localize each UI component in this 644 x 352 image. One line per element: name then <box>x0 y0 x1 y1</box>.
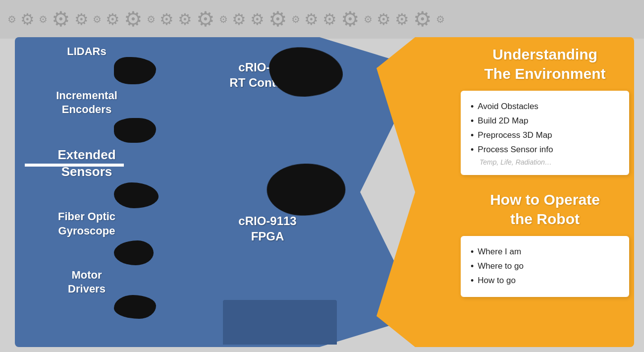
understanding-environment-title: Understanding The Environment <box>461 45 629 83</box>
operate-bullet-1: Where I am <box>471 245 619 259</box>
understanding-sub-note: Temp, Life, Radiation… <box>480 158 619 166</box>
operate-bullet-3: How to go <box>471 274 619 288</box>
gear-icon-4: ⚙ <box>52 9 70 30</box>
gear-bar: ⚙ ⚙ ⚙ ⚙ ⚙ ⚙ ⚙ ⚙ ⚙ ⚙ ⚙ ⚙ ⚙ ⚙ ⚙ ⚙ ⚙ ⚙ ⚙ ⚙ … <box>0 0 644 39</box>
gear-icon-10: ⚙ <box>160 11 174 27</box>
component-silhouette-3 <box>114 182 159 208</box>
understanding-bullet-3: Preprocess 3D Map <box>471 128 619 143</box>
understanding-bullet-list: Avoid Obstacles Build 2D Map Preprocess … <box>471 100 619 157</box>
gear-icon-11: ⚙ <box>178 11 192 27</box>
gear-icon-25: ⚙ <box>436 14 445 24</box>
gear-icon-5: ⚙ <box>74 11 89 27</box>
gear-icon-23: ⚙ <box>395 11 409 27</box>
gear-icon-16: ⚙ <box>268 9 287 30</box>
page-container: ⚙ ⚙ ⚙ ⚙ ⚙ ⚙ ⚙ ⚙ ⚙ ⚙ ⚙ ⚙ ⚙ ⚙ ⚙ ⚙ ⚙ ⚙ ⚙ ⚙ … <box>0 0 644 352</box>
gear-icon-8: ⚙ <box>124 9 143 30</box>
component-silhouette-5 <box>114 295 156 319</box>
controller-bottom: cRIO-9113 FPGA <box>213 213 322 249</box>
gear-icon-17: ⚙ <box>291 14 300 24</box>
how-to-operate-title: How to Operate the Robot <box>461 190 629 229</box>
gear-icon-21: ⚙ <box>364 14 373 24</box>
gear-icon-7: ⚙ <box>106 11 120 27</box>
gear-icon-14: ⚙ <box>232 11 246 27</box>
component-silhouette-1 <box>114 57 156 84</box>
right-content-area: Understanding The Environment Avoid Obst… <box>431 45 629 312</box>
gear-icon-9: ⚙ <box>147 14 156 24</box>
understanding-bullet-2: Build 2D Map <box>471 114 619 128</box>
understanding-environment-box: Avoid Obstacles Build 2D Map Preprocess … <box>461 91 629 175</box>
gear-icon-6: ⚙ <box>93 14 102 24</box>
component-silhouette-4 <box>114 240 154 265</box>
operate-bullet-list: Where I am Where to go How to go <box>471 245 619 288</box>
gear-icon-18: ⚙ <box>304 11 319 27</box>
gear-icon-13: ⚙ <box>219 14 228 24</box>
gear-icon-12: ⚙ <box>196 9 215 30</box>
gear-icon-19: ⚙ <box>322 11 337 27</box>
bottom-component-area <box>223 300 337 345</box>
operate-bullet-2: Where to go <box>471 259 619 274</box>
gear-icon-24: ⚙ <box>413 9 432 30</box>
gear-icon-15: ⚙ <box>250 11 265 27</box>
gear-icon-3: ⚙ <box>39 14 48 24</box>
controller-bottom-label: cRIO-9113 FPGA <box>213 213 322 244</box>
component-silhouette-2 <box>114 118 156 143</box>
left-component-icons <box>114 52 183 345</box>
gear-icon-1: ⚙ <box>7 14 16 24</box>
understanding-bullet-4: Process Sensor info <box>471 143 619 157</box>
gear-icon-22: ⚙ <box>376 11 391 27</box>
gear-icon-20: ⚙ <box>341 9 360 30</box>
gear-icon-2: ⚙ <box>20 11 35 27</box>
understanding-bullet-1: Avoid Obstacles <box>471 100 619 114</box>
extended-sensors-separator <box>25 164 124 167</box>
how-to-operate-box: Where I am Where to go How to go <box>461 236 629 297</box>
